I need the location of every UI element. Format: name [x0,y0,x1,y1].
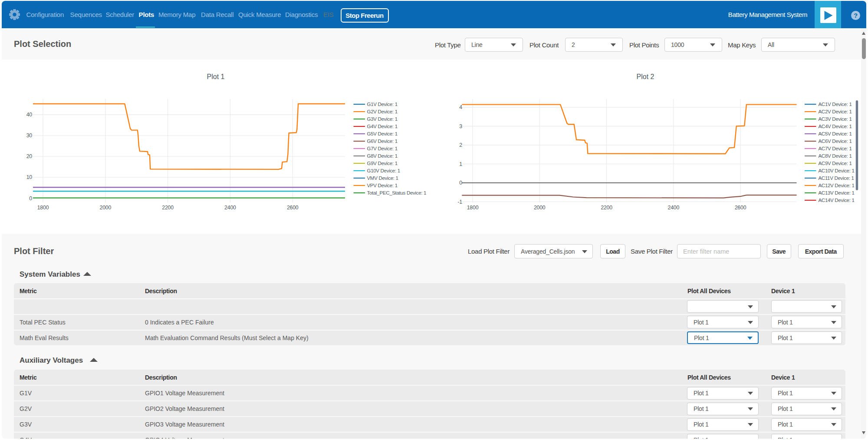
svg-text:2000: 2000 [534,205,546,211]
svg-text:4: 4 [459,104,462,110]
svg-text:G5V Device: 1: G5V Device: 1 [367,131,398,136]
svg-text:2200: 2200 [601,205,612,211]
svg-text:G10V Device: 1: G10V Device: 1 [367,168,400,173]
svg-text:2400: 2400 [668,205,680,211]
svg-text:2: 2 [459,142,462,148]
svg-text:AC10V Device: 1: AC10V Device: 1 [819,168,855,173]
svg-text:G7V Device: 1: G7V Device: 1 [367,146,398,151]
svg-text:AC11V Device: 1: AC11V Device: 1 [819,175,854,181]
svg-text:1800: 1800 [37,205,49,211]
svg-text:30: 30 [26,132,33,139]
svg-text:2600: 2600 [735,205,746,211]
svg-text:AC6V Device: 1: AC6V Device: 1 [819,139,852,144]
svg-text:2400: 2400 [224,205,236,211]
svg-text:2000: 2000 [100,205,112,211]
svg-text:AC13V Device: 1: AC13V Device: 1 [819,190,855,195]
svg-text:VPV Device: 1: VPV Device: 1 [367,183,398,188]
svg-text:AC3V Device: 1: AC3V Device: 1 [819,116,852,122]
svg-text:G2V Device: 1: G2V Device: 1 [367,109,398,114]
svg-text:AC5V Device: 1: AC5V Device: 1 [819,131,852,136]
svg-text:40: 40 [26,112,33,118]
svg-text:10: 10 [26,174,33,180]
svg-text:Plot 1: Plot 1 [207,73,225,80]
svg-text:G4V Device: 1: G4V Device: 1 [367,124,398,129]
svg-text:G9V Device: 1: G9V Device: 1 [367,161,398,166]
svg-text:AC2V Device: 1: AC2V Device: 1 [819,109,852,114]
svg-text:20: 20 [26,153,33,159]
svg-text:G1V Device: 1: G1V Device: 1 [367,102,398,107]
svg-text:G8V Device: 1: G8V Device: 1 [367,153,398,159]
svg-text:2200: 2200 [162,205,174,211]
svg-text:AC12V Device: 1: AC12V Device: 1 [819,183,855,188]
svg-text:Plot 2: Plot 2 [637,73,654,80]
svg-text:AC14V Device: 1: AC14V Device: 1 [819,198,855,203]
svg-text:G3V Device: 1: G3V Device: 1 [367,116,398,122]
svg-text:AC9V Device: 1: AC9V Device: 1 [819,161,852,166]
svg-text:AC8V Device: 1: AC8V Device: 1 [819,153,852,159]
svg-text:VMV Device: 1: VMV Device: 1 [367,175,398,181]
svg-text:1: 1 [459,161,462,167]
svg-text:Total_PEC_Status Device: 1: Total_PEC_Status Device: 1 [367,190,427,195]
svg-text:-1: -1 [457,199,462,205]
svg-text:1800: 1800 [467,205,479,211]
svg-text:AC4V Device: 1: AC4V Device: 1 [819,124,852,129]
svg-text:G6V Device: 1: G6V Device: 1 [367,139,398,144]
svg-text:0: 0 [29,195,32,202]
svg-text:AC1V Device: 1: AC1V Device: 1 [819,102,852,107]
svg-text:AC7V Device: 1: AC7V Device: 1 [819,146,852,151]
svg-text:2600: 2600 [287,205,299,211]
svg-text:3: 3 [459,123,462,129]
